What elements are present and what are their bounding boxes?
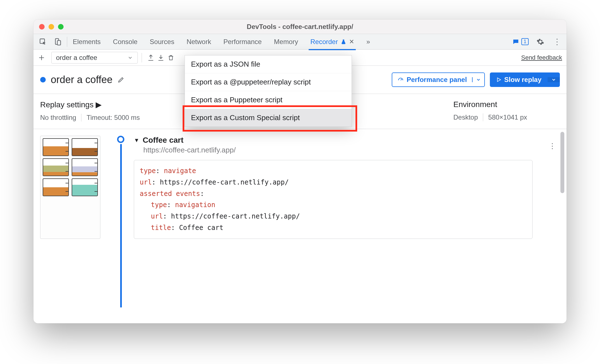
timeline-node	[117, 136, 124, 143]
step-code: type: navigate url: https://coffee-cart.…	[134, 160, 533, 239]
svg-rect-2	[57, 40, 61, 45]
recording-select[interactable]: order a coffee	[51, 52, 138, 64]
tab-performance[interactable]: Performance	[223, 38, 262, 46]
send-feedback-link[interactable]: Send feedback	[521, 54, 562, 61]
devtools-window: DevTools - coffee-cart.netlify.app/ Elem…	[33, 20, 567, 323]
throttling-value: No throttling	[40, 114, 76, 122]
slow-replay-label: Slow replay	[504, 76, 541, 84]
gauge-icon	[397, 76, 404, 83]
tab-memory[interactable]: Memory	[274, 38, 298, 46]
flask-icon	[341, 39, 346, 45]
performance-panel-dropdown[interactable]	[472, 77, 484, 82]
step-title: Coffee cart	[143, 136, 183, 145]
timeout-value: Timeout: 5000 ms	[86, 114, 140, 122]
export-json[interactable]: Export as a JSON file	[185, 55, 352, 73]
recording-select-value: order a coffee	[56, 54, 97, 62]
step-collapse-toggle[interactable]: ▼	[134, 137, 139, 144]
new-recording-button[interactable]	[38, 54, 49, 61]
window-title: DevTools - coffee-cart.netlify.app/	[33, 23, 567, 31]
chevron-right-icon: ▶	[96, 100, 102, 109]
tab-network[interactable]: Network	[187, 38, 211, 46]
timeline-line	[120, 144, 122, 307]
delete-icon[interactable]	[166, 53, 176, 63]
slow-replay-button[interactable]: Slow replay	[490, 72, 560, 87]
tab-close-icon[interactable]: ✕	[349, 38, 354, 45]
tab-console[interactable]: Console	[113, 38, 137, 46]
tab-sources[interactable]: Sources	[150, 38, 174, 46]
performance-panel-button[interactable]: Performance panel	[392, 72, 485, 87]
tab-recorder-label: Recorder	[310, 38, 338, 46]
export-puppeteer[interactable]: Export as a Puppeteer script	[185, 91, 352, 109]
devtools-tabstrip: Elements Console Sources Network Perform…	[33, 34, 567, 50]
export-icon[interactable]	[146, 53, 156, 63]
issues-count: 1	[521, 38, 529, 45]
step-menu-button[interactable]: ⋮	[549, 142, 556, 151]
export-menu: Export as a JSON file Export as a @puppe…	[185, 55, 352, 127]
issues-button[interactable]: 1	[512, 38, 529, 45]
steps-panel: ▼ Coffee cart https://coffee-cart.netlif…	[33, 129, 567, 307]
tab-elements[interactable]: Elements	[73, 38, 101, 46]
import-icon[interactable]	[156, 53, 166, 63]
export-custom-special[interactable]: Export as a Custom Special script	[185, 109, 352, 127]
play-icon	[496, 77, 502, 82]
tabs-overflow-icon[interactable]: »	[366, 38, 370, 46]
step-url: https://coffee-cart.netlify.app/	[143, 146, 558, 154]
environment-header: Environment	[453, 100, 560, 109]
tab-recorder[interactable]: Recorder ✕	[310, 38, 354, 46]
device-toolbar-icon[interactable]	[53, 37, 63, 47]
recording-title: order a coffee	[51, 74, 112, 86]
more-icon[interactable]: ⋮	[552, 37, 562, 47]
slow-replay-dropdown[interactable]	[548, 77, 560, 82]
performance-panel-label: Performance panel	[407, 76, 467, 84]
environment-viewport: 580×1041 px	[488, 113, 527, 121]
recording-status-dot	[40, 77, 46, 82]
export-puppeteer-replay[interactable]: Export as a @puppeteer/replay script	[185, 73, 352, 91]
page-thumbnail	[40, 136, 100, 239]
chat-icon	[512, 38, 519, 45]
edit-title-button[interactable]	[117, 76, 125, 83]
titlebar: DevTools - coffee-cart.netlify.app/	[33, 20, 567, 34]
environment-device: Desktop	[453, 113, 478, 121]
settings-icon[interactable]	[535, 37, 545, 47]
chevron-down-icon	[127, 55, 133, 60]
inspect-icon[interactable]	[38, 37, 48, 47]
